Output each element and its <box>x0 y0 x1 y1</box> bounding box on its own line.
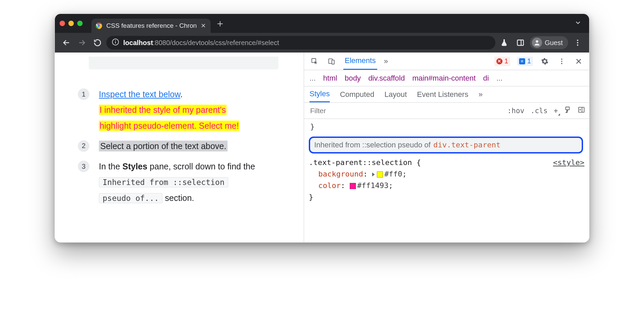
dom-breadcrumb[interactable]: ... html body div.scaffold main#main-con… <box>304 70 589 86</box>
subtab-event-listeners[interactable]: Event Listeners <box>417 86 469 102</box>
styles-pane[interactable]: } Inherited from ::selection pseudo of d… <box>304 119 589 242</box>
address-bar[interactable]: localhost:8080/docs/devtools/css/referen… <box>106 36 495 49</box>
step3-kbd-line2: pseudo of... <box>99 193 163 203</box>
svg-point-10 <box>577 40 578 41</box>
subtab-layout[interactable]: Layout <box>384 86 407 102</box>
breadcrumb-item[interactable]: di <box>483 74 489 83</box>
step3-bold: Styles <box>123 162 148 171</box>
step-3: In the Styles pane, scroll down to find … <box>75 159 294 206</box>
more-tabs-chevron-icon[interactable]: » <box>384 57 388 66</box>
forward-button[interactable] <box>75 36 89 49</box>
expand-shorthand-icon[interactable] <box>372 172 375 177</box>
browser-tab[interactable]: CSS features reference - Chron ✕ <box>91 19 211 33</box>
labs-icon[interactable] <box>497 36 511 49</box>
subtab-styles[interactable]: Styles <box>309 86 330 102</box>
rule-source-link[interactable]: <style> <box>553 157 584 168</box>
tab-list-chevron-icon[interactable] <box>572 19 584 28</box>
color-swatch-bg[interactable] <box>377 171 383 178</box>
panel-icon[interactable] <box>514 36 527 49</box>
val-color: #ff1493; <box>357 181 393 190</box>
messages-badge[interactable]: ≡1 <box>517 57 533 66</box>
breadcrumb-trailing-ellipsis[interactable]: ... <box>496 74 502 83</box>
inspect-element-icon[interactable] <box>309 56 320 66</box>
steps-list: Inspect the text below. I inherited the … <box>75 86 294 206</box>
rule-selector[interactable]: .text-parent::selection { <box>309 157 421 168</box>
step2-text: Select a portion of the text above. <box>99 141 228 151</box>
page-content: Inspect the text below. I inherited the … <box>55 53 304 242</box>
devtools-panel: Elements » ✕1 ≡1 ... html body di <box>304 53 589 242</box>
profile-label: Guest <box>545 39 563 47</box>
avatar-icon <box>532 38 542 48</box>
step1-dot: . <box>180 89 183 99</box>
new-tab-button[interactable]: ＋ <box>214 17 226 29</box>
highlighted-text-line2[interactable]: highlight pseudo-element. Select me! <box>99 121 239 131</box>
step-1: Inspect the text below. I inherited the … <box>75 86 294 133</box>
url-host: localhost <box>123 39 153 46</box>
svg-point-12 <box>577 44 578 46</box>
step3-text-a: In the <box>99 162 123 171</box>
styles-toolbar: :hov .cls + <box>304 103 589 119</box>
reload-button[interactable] <box>91 36 104 49</box>
highlighted-text-line1[interactable]: I inherited the style of my parent's <box>99 105 227 115</box>
rule-close-brace: } <box>309 191 584 203</box>
tab-elements[interactable]: Elements <box>343 53 377 70</box>
step-2: Select a portion of the text above. <box>75 138 294 154</box>
browser-toolbar: localhost:8080/docs/devtools/css/referen… <box>55 33 589 53</box>
messages-count: 1 <box>527 57 531 65</box>
url-path: :8080/docs/devtools/css/reference/#selec… <box>153 39 279 46</box>
site-info-icon[interactable] <box>112 38 119 47</box>
page-header-box <box>89 57 278 69</box>
prev-rule-close-brace: } <box>310 121 584 132</box>
svg-point-17 <box>561 61 562 62</box>
inspect-link[interactable]: Inspect the text below <box>99 89 180 99</box>
paintbrush-icon[interactable] <box>564 106 572 115</box>
profile-button[interactable]: Guest <box>530 36 568 49</box>
content-split: Inspect the text below. I inherited the … <box>55 53 589 242</box>
css-declaration-background[interactable]: background: #ff0; <box>309 168 584 180</box>
titlebar: CSS features reference - Chron ✕ ＋ <box>55 14 589 33</box>
breadcrumb-item[interactable]: div.scaffold <box>368 74 405 83</box>
device-toolbar-icon[interactable] <box>326 56 337 66</box>
css-rule-header: .text-parent::selection { <style> <box>309 157 584 168</box>
svg-point-6 <box>115 40 116 41</box>
hov-toggle[interactable]: :hov <box>507 107 524 115</box>
svg-rect-15 <box>332 60 334 64</box>
step3-text-b: pane, scroll down to find the <box>147 162 255 171</box>
subtabs-more-chevron-icon[interactable]: » <box>478 90 482 99</box>
step3-text-c: section. <box>163 193 194 203</box>
svg-point-16 <box>561 58 562 60</box>
inherited-from-header[interactable]: Inherited from ::selection pseudo of div… <box>309 137 583 153</box>
kebab-menu-button[interactable] <box>571 36 584 49</box>
new-style-rule-button[interactable]: + <box>554 107 558 115</box>
gear-icon[interactable] <box>540 56 550 66</box>
subtab-computed[interactable]: Computed <box>340 86 374 102</box>
tab-close-button[interactable]: ✕ <box>201 22 206 29</box>
computed-sidebar-icon[interactable] <box>578 106 585 115</box>
css-declaration-color[interactable]: color: #ff1493; <box>309 180 584 191</box>
prop-color: color <box>318 181 341 190</box>
back-button[interactable] <box>60 36 73 49</box>
minimize-window-button[interactable] <box>68 21 74 26</box>
cls-toggle[interactable]: .cls <box>531 107 548 115</box>
breadcrumb-item[interactable]: html <box>323 74 337 83</box>
breadcrumb-item[interactable]: body <box>345 74 361 83</box>
devtools-main-tabs: Elements » ✕1 ≡1 <box>304 53 589 70</box>
breadcrumb-leading-ellipsis[interactable]: ... <box>309 74 316 83</box>
svg-point-18 <box>561 63 562 64</box>
toolbar-right: Guest <box>497 36 584 49</box>
step3-kbd-line1: Inherited from ::selection <box>99 177 228 187</box>
styles-filter-input[interactable] <box>308 105 501 116</box>
errors-badge[interactable]: ✕1 <box>494 57 510 66</box>
val-background: #ff0; <box>384 170 407 178</box>
prop-background: background <box>318 170 363 178</box>
color-swatch-fg[interactable] <box>350 183 356 189</box>
close-window-button[interactable] <box>60 21 65 26</box>
breadcrumb-item[interactable]: main#main-content <box>412 74 476 83</box>
fullscreen-window-button[interactable] <box>77 21 83 26</box>
devtools-close-icon[interactable] <box>574 56 584 66</box>
devtools-kebab-icon[interactable] <box>557 56 567 66</box>
inherited-label: Inherited from ::selection pseudo of <box>314 139 431 151</box>
chrome-favicon-icon <box>95 22 102 29</box>
svg-rect-21 <box>566 107 570 110</box>
svg-point-11 <box>577 42 578 43</box>
